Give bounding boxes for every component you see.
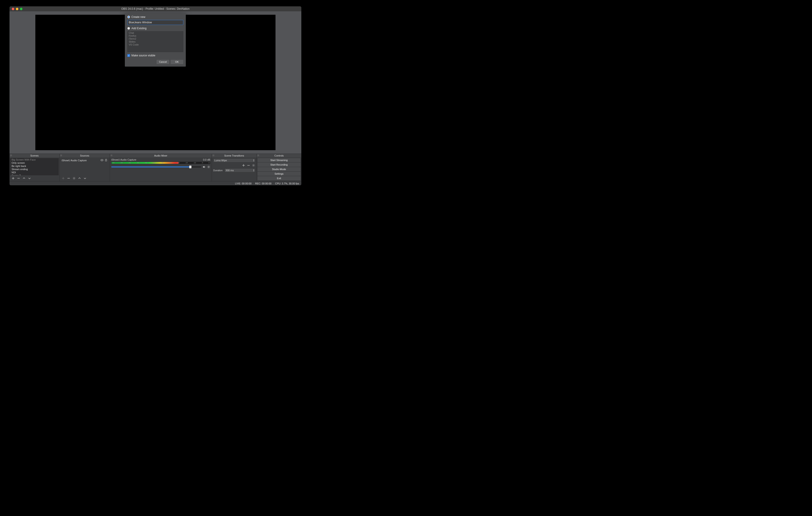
volume-slider[interactable] bbox=[111, 166, 201, 168]
move-up-icon[interactable] bbox=[78, 177, 81, 180]
cancel-button[interactable]: Cancel bbox=[156, 60, 169, 64]
svg-point-3 bbox=[208, 166, 209, 168]
svg-rect-1 bbox=[105, 160, 107, 161]
scenes-title: Scenes bbox=[30, 154, 39, 157]
list-item[interactable]: Big Screen With Face bbox=[10, 158, 59, 161]
duration-label: Duration bbox=[213, 169, 223, 172]
list-item[interactable]: Only screen bbox=[10, 161, 59, 164]
visibility-icon[interactable] bbox=[100, 158, 104, 162]
move-down-icon[interactable] bbox=[83, 177, 87, 180]
speaker-icon[interactable] bbox=[203, 165, 206, 169]
list-item: VS Code bbox=[127, 43, 183, 46]
remove-icon[interactable] bbox=[17, 177, 20, 180]
mixer-level: 0.0 dB bbox=[203, 158, 210, 161]
audio-mixer-dock: Audio Mixer iShowU Audio Capture 0.0 dB … bbox=[110, 154, 212, 181]
list-item: Slides bbox=[127, 40, 183, 43]
gear-icon[interactable] bbox=[72, 177, 76, 180]
dock-grip-icon[interactable] bbox=[111, 154, 113, 156]
settings-button[interactable]: Settings bbox=[258, 172, 300, 176]
sources-toolbar bbox=[60, 176, 109, 181]
move-up-icon[interactable] bbox=[23, 177, 26, 180]
duration-input[interactable]: 300 ms ▴▾ bbox=[225, 168, 255, 172]
list-item: Firefox bbox=[127, 34, 183, 37]
create-new-label: Create new bbox=[132, 16, 145, 19]
status-rec: REC: 00:00:00 bbox=[255, 182, 271, 185]
list-item[interactable]: Stream ending bbox=[10, 168, 59, 171]
list-item[interactable]: Scene 2 bbox=[10, 174, 59, 175]
make-visible-label: Make source visible bbox=[132, 54, 155, 57]
svg-point-2 bbox=[74, 178, 75, 179]
transitions-dock: Scene Transitions Luma Wipe ▴▾ Duration bbox=[212, 154, 257, 181]
transitions-title: Scene Transitions bbox=[224, 154, 244, 157]
scenes-dock: Scenes Big Screen With Face Only screen … bbox=[9, 154, 59, 181]
scenes-list[interactable]: Big Screen With Face Only screen Be righ… bbox=[10, 158, 59, 175]
svg-point-0 bbox=[102, 160, 103, 161]
svg-point-4 bbox=[253, 165, 254, 166]
lock-icon[interactable] bbox=[105, 158, 108, 162]
dock-grip-icon[interactable] bbox=[60, 154, 62, 156]
dock-grip-icon[interactable] bbox=[257, 154, 259, 156]
scenes-toolbar bbox=[10, 176, 59, 181]
list-item[interactable]: Be right back bbox=[10, 164, 59, 168]
list-item[interactable]: NDI bbox=[10, 171, 59, 174]
stepper-icon[interactable]: ▴▾ bbox=[253, 169, 254, 172]
create-new-radio[interactable] bbox=[127, 16, 130, 18]
remove-icon[interactable] bbox=[247, 164, 250, 167]
gear-icon[interactable] bbox=[207, 165, 210, 169]
make-visible-checkbox[interactable]: ✓ bbox=[127, 54, 130, 57]
controls-title: Controls bbox=[274, 154, 284, 157]
start-streaming-button[interactable]: Start Streaming bbox=[258, 158, 300, 162]
remove-icon[interactable] bbox=[67, 177, 70, 180]
existing-sources-list: Chat Firefox iTerm2 Slides VS Code bbox=[127, 31, 183, 52]
add-icon[interactable] bbox=[11, 177, 15, 180]
sources-list[interactable]: iShowU Audio Capture bbox=[60, 158, 109, 175]
titlebar: OBS 24.0.6 (mac) - Profile: Untitled - S… bbox=[9, 6, 301, 11]
chevron-updown-icon: ▴▾ bbox=[253, 159, 254, 162]
start-recording-button[interactable]: Start Recording bbox=[258, 163, 300, 167]
ok-button[interactable]: OK bbox=[171, 60, 183, 64]
exit-button[interactable]: Exit bbox=[258, 176, 300, 180]
add-icon[interactable] bbox=[242, 164, 245, 167]
window-title: OBS 24.0.6 (mac) - Profile: Untitled - S… bbox=[9, 7, 301, 10]
add-icon[interactable] bbox=[62, 177, 65, 180]
status-live: LIVE: 00:00:00 bbox=[235, 182, 252, 185]
list-item: Chat bbox=[127, 31, 183, 34]
create-source-dialog: Create new Add Existing Chat Firefox iTe… bbox=[125, 13, 186, 67]
controls-dock: Controls Start Streaming Start Recording… bbox=[257, 154, 301, 181]
add-existing-label: Add Existing bbox=[132, 27, 147, 30]
status-cpu: CPU: 3.7%, 30.00 fps bbox=[275, 182, 299, 185]
list-item: iTerm2 bbox=[127, 37, 183, 40]
studio-mode-button[interactable]: Studio Mode bbox=[258, 167, 300, 171]
move-down-icon[interactable] bbox=[28, 177, 31, 180]
source-name-input[interactable] bbox=[127, 20, 183, 25]
mixer-title: Audio Mixer bbox=[154, 154, 167, 157]
dock-grip-icon[interactable] bbox=[10, 154, 12, 156]
audio-meter: -60-55-50-45-40-35-30-25-20-15-10-50 bbox=[111, 162, 210, 164]
status-bar: LIVE: 00:00:00 REC: 00:00:00 CPU: 3.7%, … bbox=[9, 181, 301, 185]
source-row[interactable]: iShowU Audio Capture bbox=[60, 158, 109, 163]
mixer-channel-name: iShowU Audio Capture bbox=[111, 158, 136, 161]
dock-grip-icon[interactable] bbox=[212, 154, 214, 156]
sources-title: Sources bbox=[80, 154, 89, 157]
gear-icon[interactable] bbox=[252, 164, 255, 167]
add-existing-radio[interactable] bbox=[127, 27, 130, 30]
sources-dock: Sources iShowU Audio Capture bbox=[59, 154, 110, 181]
transition-select[interactable]: Luma Wipe ▴▾ bbox=[213, 158, 255, 162]
